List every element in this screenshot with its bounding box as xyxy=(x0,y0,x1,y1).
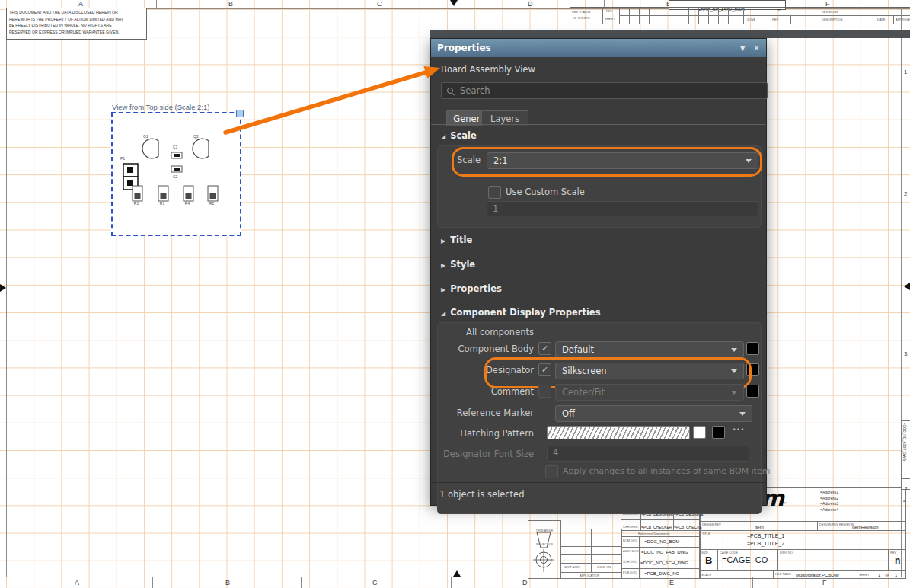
designator-dropdown[interactable]: Silkscreen xyxy=(555,363,744,379)
fold-mark-bottom xyxy=(453,570,461,577)
row-label: 1 xyxy=(904,69,907,75)
use-custom-scale-label: Use Custom Scale xyxy=(506,187,585,197)
row-label: 3 xyxy=(904,350,907,357)
search-input[interactable]: Search xyxy=(441,82,768,99)
designator-p1: P1 xyxy=(120,156,125,161)
properties-panel: Properties ▼ ✕ Board Assembly View Searc… xyxy=(430,38,767,506)
view-title: View from Top side (Scale 2:1) xyxy=(112,103,210,111)
hatching-pattern-label: Hatching Pattern xyxy=(431,428,534,439)
apply-all-instances-checkbox[interactable] xyxy=(545,465,558,478)
projection-symbol-box xyxy=(528,529,561,579)
panel-dock-strip xyxy=(430,30,910,38)
designator-r1: R1 xyxy=(157,201,168,206)
company-addresses: =Address1 =Address2 =Address3 =Address4 xyxy=(820,490,838,513)
designator-c2: C2 xyxy=(173,174,177,179)
comment-color-swatch[interactable] xyxy=(746,385,759,398)
component-body-dropdown[interactable]: Default xyxy=(555,341,744,358)
zone-label: E xyxy=(669,579,674,586)
component-body-label: Component Body xyxy=(431,344,534,354)
frame-line-left xyxy=(6,8,7,577)
comment-checkbox[interactable] xyxy=(538,385,551,398)
section-scale[interactable]: ◢Scale xyxy=(441,130,477,141)
panel-header[interactable]: Properties ▼ ✕ xyxy=(431,39,766,57)
hatching-background-swatch[interactable] xyxy=(712,426,725,439)
reference-marker-label: Reference Marker xyxy=(431,407,534,418)
fold-mark-left xyxy=(0,284,6,292)
fold-mark-top xyxy=(450,0,458,6)
panel-close-icon[interactable]: ✕ xyxy=(753,43,760,53)
zone-label: B xyxy=(225,579,230,586)
designator-q1: Q1 xyxy=(143,134,148,139)
panel-title: Properties xyxy=(437,43,733,53)
zone-label: B xyxy=(228,0,233,8)
section-style[interactable]: ▶Style xyxy=(441,259,475,270)
designator-r4: R4 xyxy=(182,201,193,206)
zone-label: D xyxy=(528,0,533,8)
scale-label: Scale xyxy=(446,155,481,165)
component-body-checkbox[interactable]: ✓ xyxy=(538,342,551,355)
chevron-down-icon xyxy=(731,369,737,373)
designator-font-size-input[interactable]: 4 xyxy=(547,446,749,462)
designator-r2: R2 xyxy=(206,201,217,206)
tab-layers[interactable]: Layers xyxy=(481,110,528,126)
custom-scale-input[interactable] xyxy=(487,201,758,216)
section-properties[interactable]: ▶Properties xyxy=(441,283,502,294)
component-body-color-swatch[interactable] xyxy=(746,342,759,355)
zone-label: F xyxy=(822,579,827,586)
hatching-more-button[interactable]: ··· xyxy=(733,424,745,435)
designator-label: Designator xyxy=(431,365,534,375)
section-component-display[interactable]: ◢Component Display Properties xyxy=(441,307,601,318)
designator-q2: Q2 xyxy=(193,134,199,139)
chevron-down-icon xyxy=(746,159,752,163)
fold-mark-right xyxy=(904,283,910,290)
all-components-label: All components xyxy=(431,327,534,337)
designator-font-size-label: Designator Font Size xyxy=(431,449,534,459)
zone-label: C xyxy=(377,0,382,8)
apply-all-instances-label: Apply changes to all instances of same B… xyxy=(563,466,770,476)
chevron-down-icon xyxy=(731,391,737,395)
use-custom-scale-checkbox[interactable] xyxy=(488,186,501,199)
panel-collapse-icon[interactable]: ▼ xyxy=(740,44,746,52)
comment-dropdown[interactable]: Center/Fit xyxy=(555,384,744,401)
hatching-pattern-preview[interactable] xyxy=(547,426,690,439)
search-placeholder: Search xyxy=(460,85,490,96)
revision-table: REV STATUS OF SHEETS REV SHEET REVISIONS… xyxy=(570,7,910,24)
side-rev-cell: n xyxy=(901,478,910,490)
selection-handle[interactable] xyxy=(236,110,244,117)
disclaimer-note: THIS DOCUMENT AND THE DATA DISCLOSED HER… xyxy=(6,8,147,40)
chevron-down-icon xyxy=(731,348,737,352)
hatching-foreground-swatch[interactable] xyxy=(693,426,706,439)
zone-label: A xyxy=(78,0,83,8)
section-title[interactable]: ▶Title xyxy=(441,235,472,245)
row-label: 2 xyxy=(904,190,907,197)
designator-checkbox[interactable]: ✓ xyxy=(538,363,551,376)
side-doc-strip: =DOC_NO_ASSY_DWG xyxy=(901,420,910,480)
application-table: NEXT ASSY USED ON APPLICATION xyxy=(560,529,622,579)
comment-label: Comment xyxy=(431,386,534,397)
reference-marker-dropdown[interactable]: Off xyxy=(555,405,752,422)
chevron-down-icon xyxy=(739,412,746,416)
object-type-label: Board Assembly View xyxy=(441,64,535,75)
zone-label: A xyxy=(75,579,79,586)
designator-r3: R3 xyxy=(131,201,142,206)
designator-c1: C1 xyxy=(173,145,177,149)
status-text: 1 object is selected xyxy=(439,489,524,500)
zone-label: D xyxy=(522,579,528,586)
scale-dropdown[interactable]: 2:1 xyxy=(487,152,758,169)
third-angle-projection-icon xyxy=(528,529,559,577)
search-icon xyxy=(447,88,454,94)
designator-color-swatch[interactable] xyxy=(746,363,759,376)
draftsman-canvas: A B C D E F A B C D E F 1 2 3 4 THIS DOC… xyxy=(0,0,910,588)
zone-label: C xyxy=(372,579,378,586)
